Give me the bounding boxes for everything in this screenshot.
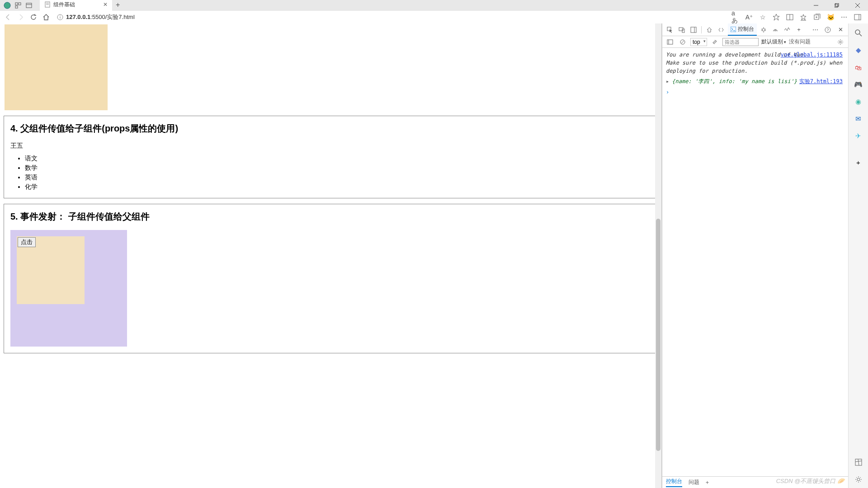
bottom-issues-tab[interactable]: 问题	[689, 479, 699, 486]
close-tab-icon[interactable]: ✕	[103, 1, 108, 8]
svg-text:?: ?	[826, 28, 829, 32]
url-text: 127.0.0.1:5500/实验7.html	[66, 13, 135, 21]
browser-tab[interactable]: 组件基础 ✕	[40, 0, 112, 11]
watermark: CSDN @不蒸馒头曾口 🥟	[776, 477, 844, 485]
add-tab-icon[interactable]: +	[794, 25, 804, 35]
edge-sidebar: ◆ 🛍 🎮 ◉ ✉ ✈ +	[848, 23, 868, 488]
address-bar[interactable]: 127.0.0.1:5500/实验7.html	[54, 12, 728, 22]
extension-cat-icon[interactable]: 🐱	[826, 13, 835, 21]
sidebar-toggle-icon[interactable]	[854, 13, 862, 21]
svg-rect-32	[731, 27, 736, 32]
more-tabs-icon[interactable]: ⋯	[810, 25, 820, 35]
scrollbar[interactable]	[655, 23, 661, 488]
office-sidebar-icon[interactable]: ◉	[854, 97, 863, 107]
new-tab-button[interactable]: +	[112, 0, 123, 11]
outlook-sidebar-icon[interactable]: ✉	[854, 114, 863, 124]
close-window-button[interactable]	[847, 0, 868, 11]
svg-point-48	[855, 30, 860, 34]
click-button[interactable]: 点击	[18, 237, 36, 247]
parent-component-box: 点击	[10, 230, 127, 347]
toggle-sidebar-icon[interactable]	[665, 37, 675, 47]
clear-console-icon[interactable]	[678, 37, 688, 47]
network-tab-icon[interactable]	[770, 25, 780, 35]
settings-sidebar-icon[interactable]	[854, 474, 863, 484]
console-prompt[interactable]: ›	[666, 87, 844, 95]
svg-rect-3	[15, 6, 18, 8]
filter-input[interactable]	[722, 38, 759, 46]
console-output[interactable]: vue.global.js:11185 You are running a de…	[662, 48, 848, 476]
svg-point-0	[4, 2, 10, 9]
section-4-title: 4. 父组件传值给子组件(props属性的使用)	[10, 122, 651, 135]
svg-line-52	[858, 459, 859, 465]
svg-point-46	[714, 41, 716, 43]
welcome-tab-icon[interactable]	[704, 25, 714, 35]
tab-favicon-icon	[44, 1, 51, 8]
svg-point-16	[60, 15, 61, 16]
site-info-icon[interactable]	[57, 14, 63, 20]
edge-profile-icon[interactable]	[4, 2, 11, 9]
tab-actions-icon[interactable]	[25, 2, 33, 9]
subject-list: 语文 数学 英语 化学	[25, 154, 651, 192]
close-devtools-icon[interactable]: ✕	[835, 25, 845, 35]
console-tab[interactable]: 控制台	[728, 23, 757, 36]
svg-rect-42	[667, 40, 673, 44]
issues-status: 没有问题	[789, 38, 811, 46]
section-5: 5. 事件发射： 子组件传值给父组件 点击	[4, 204, 658, 353]
dock-icon[interactable]	[689, 25, 698, 35]
home-button[interactable]	[42, 13, 51, 22]
back-button[interactable]	[4, 13, 13, 22]
svg-rect-2	[19, 3, 21, 5]
reading-mode-icon[interactable]: aあ	[731, 13, 740, 21]
svg-rect-11	[835, 3, 839, 6]
search-sidebar-icon[interactable]	[854, 28, 863, 38]
device-toggle-icon[interactable]	[677, 25, 687, 35]
log-level-dropdown[interactable]: 默认级别 ▾	[761, 38, 786, 46]
tab-title: 组件基础	[53, 1, 75, 9]
component-box-partial	[5, 24, 108, 110]
svg-point-33	[762, 28, 765, 31]
source-link[interactable]: vue.global.js:11185	[781, 51, 843, 59]
console-log-object[interactable]: 实验7.html:193 ▸{name: '李四', info: 'my nam…	[666, 76, 844, 87]
extension-1-icon[interactable]	[772, 13, 780, 21]
collections-icon[interactable]	[813, 13, 821, 21]
favorite-icon[interactable]: ☆	[759, 13, 767, 21]
favorites-bar-icon[interactable]	[799, 13, 807, 21]
bottom-add-tab-icon[interactable]: +	[706, 479, 709, 486]
tools-sidebar-icon[interactable]: ◆	[854, 45, 863, 55]
svg-line-49	[859, 34, 862, 36]
add-sidebar-icon[interactable]: +	[854, 157, 863, 167]
context-dropdown[interactable]: top	[690, 38, 707, 46]
svg-line-36	[761, 29, 762, 29]
map-sidebar-icon[interactable]	[854, 457, 863, 467]
minimize-button[interactable]	[806, 0, 826, 11]
console-settings-icon[interactable]	[835, 37, 845, 47]
maximize-button[interactable]	[826, 0, 847, 11]
inspect-element-icon[interactable]	[665, 25, 675, 35]
help-icon[interactable]: ?	[823, 25, 833, 35]
source-link[interactable]: 实验7.html:193	[799, 78, 843, 85]
scrollbar-thumb[interactable]	[656, 219, 660, 451]
shopping-sidebar-icon[interactable]: 🛍	[854, 62, 863, 72]
more-menu-icon[interactable]: ⋯	[840, 13, 848, 21]
student-name: 王五	[10, 142, 651, 150]
elements-tab-icon[interactable]	[716, 25, 726, 35]
page-viewport[interactable]: 4. 父组件传值给子组件(props属性的使用) 王五 语文 数学 英语 化学 …	[0, 23, 662, 488]
performance-tab-icon[interactable]	[782, 25, 792, 35]
forward-button[interactable]	[16, 13, 25, 22]
games-sidebar-icon[interactable]: 🎮	[854, 80, 863, 89]
devtools-panel: 控制台 + ⋯ ? ✕	[662, 23, 848, 488]
svg-point-53	[857, 478, 860, 481]
live-expression-icon[interactable]	[710, 37, 720, 47]
send-sidebar-icon[interactable]: ✈	[854, 131, 863, 141]
refresh-button[interactable]	[29, 13, 38, 22]
bottom-console-tab[interactable]: 控制台	[666, 478, 682, 487]
workspaces-icon[interactable]	[14, 2, 22, 9]
svg-rect-4	[26, 3, 32, 8]
svg-rect-30	[691, 27, 696, 33]
svg-rect-25	[854, 14, 861, 20]
svg-rect-1	[15, 3, 18, 5]
split-screen-icon[interactable]	[786, 13, 794, 21]
debugger-tab-icon[interactable]	[759, 25, 769, 35]
svg-line-38	[761, 30, 762, 31]
text-size-icon[interactable]: A⁺	[745, 13, 753, 21]
